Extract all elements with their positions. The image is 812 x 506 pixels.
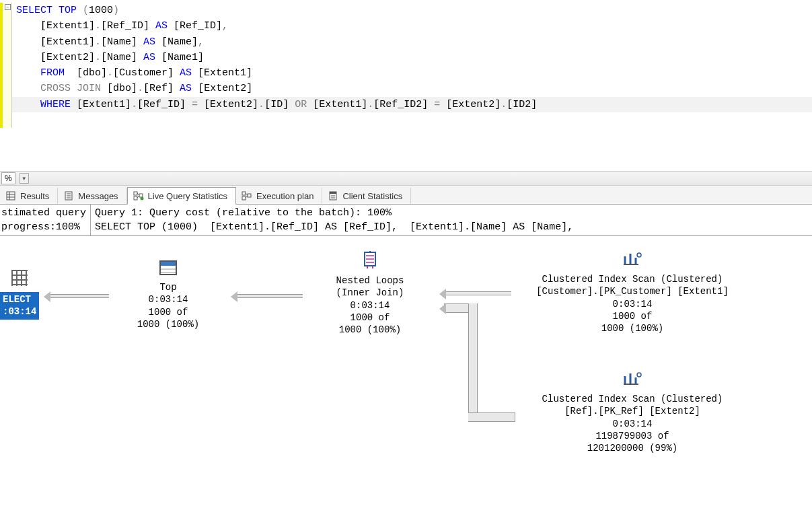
plan-scan1-sub: [Customer].[PK_Customer] [Extent1] <box>511 285 753 297</box>
svg-point-24 <box>637 253 641 257</box>
tab-messages[interactable]: Messages <box>58 188 126 204</box>
svg-point-13 <box>140 197 143 201</box>
plan-nl-rows-b: 1000 (100%) <box>309 324 431 336</box>
plan-arrow-icon <box>48 294 109 298</box>
tab-icon <box>133 190 144 201</box>
nested-loops-icon <box>361 251 379 268</box>
plan-scan1-rows-b: 1000 (100%) <box>511 322 753 334</box>
svg-rect-10 <box>139 194 143 197</box>
plan-scan2-rows-a: 1198799003 of <box>511 430 753 442</box>
query-cost-cell: Query 1: Query cost (relative to the bat… <box>91 205 577 236</box>
tab-icon <box>328 190 338 201</box>
plan-top-time: 0:03:14 <box>121 293 215 305</box>
plan-arrow-icon <box>235 294 303 298</box>
svg-rect-0 <box>7 192 15 200</box>
plan-node-index-scan-customer[interactable]: Clustered Index Scan (Clustered) [Custom… <box>511 251 753 334</box>
svg-rect-14 <box>242 192 246 195</box>
plan-scan2-rows-b: 1201200000 (99%) <box>511 442 753 454</box>
tab-results[interactable]: Results <box>0 188 58 204</box>
plan-top-rows-b: 1000 (100%) <box>121 318 215 330</box>
svg-rect-9 <box>134 196 137 200</box>
tab-label: Execution plan <box>256 191 313 201</box>
svg-rect-8 <box>134 192 137 195</box>
estimated-progress-cell: stimated query progress:100% <box>0 205 91 236</box>
plan-scan2-sub: [Ref].[PK_Ref] [Extent2] <box>511 405 753 417</box>
tab-execution-plan[interactable]: Execution plan <box>236 188 322 204</box>
plan-node-select[interactable]: ELECT :03:14 <box>0 270 39 320</box>
editor-gutter: − <box>0 3 12 128</box>
tab-live-query-statistics[interactable]: Live Query Statistics <box>127 187 237 205</box>
tab-icon <box>63 190 74 201</box>
clustered-index-scan-icon <box>622 371 642 387</box>
tab-label: Live Query Statistics <box>148 191 228 201</box>
plan-scan1-title: Clustered Index Scan (Clustered) <box>511 273 753 285</box>
zoom-bar: % ▼ <box>0 171 812 186</box>
plan-select-label: ELECT <box>3 293 36 305</box>
plan-select-time: :03:14 <box>3 305 36 318</box>
plan-scan2-title: Clustered Index Scan (Clustered) <box>511 393 753 405</box>
plan-node-nested-loops[interactable]: Nested Loops (Inner Join) 0:03:14 1000 o… <box>309 251 431 336</box>
top-operator-icon <box>159 260 177 275</box>
plan-top-title: Top <box>121 281 215 293</box>
plan-top-rows-a: 1000 of <box>121 306 215 318</box>
plan-connector-icon <box>468 412 515 422</box>
query-status-header: stimated query progress:100% Query 1: Qu… <box>0 205 812 236</box>
tab-client-statistics[interactable]: Client Statistics <box>322 188 411 204</box>
results-tab-strip: ResultsMessagesLive Query StatisticsExec… <box>0 186 812 205</box>
sql-code[interactable]: SELECT TOP (1000) [Extent1].[Ref_ID] AS … <box>12 3 812 128</box>
zoom-percent[interactable]: % <box>1 172 15 184</box>
plan-scan2-time: 0:03:14 <box>511 418 753 430</box>
plan-arrow-icon <box>444 291 511 295</box>
select-result-icon <box>11 270 28 286</box>
tab-icon <box>242 190 252 201</box>
svg-rect-20 <box>330 192 336 194</box>
plan-nl-rows-a: 1000 of <box>309 312 431 324</box>
plan-scan1-time: 0:03:14 <box>511 298 753 310</box>
execution-plan-canvas[interactable]: ELECT :03:14 Top 0:03:14 1000 of 1000 (1… <box>0 236 812 472</box>
tab-icon <box>5 190 16 201</box>
tab-label: Messages <box>78 191 118 201</box>
zoom-dropdown-icon[interactable]: ▼ <box>20 173 29 184</box>
plan-connector-icon <box>468 303 478 422</box>
plan-nl-sub: (Inner Join) <box>309 287 431 299</box>
svg-point-25 <box>637 373 641 377</box>
collapse-toggle-icon[interactable]: − <box>5 4 11 10</box>
svg-rect-16 <box>248 194 251 197</box>
tab-label: Results <box>20 191 49 201</box>
plan-node-index-scan-ref[interactable]: Clustered Index Scan (Clustered) [Ref].[… <box>511 371 753 454</box>
svg-rect-15 <box>242 196 246 200</box>
sql-editor[interactable]: − SELECT TOP (1000) [Extent1].[Ref_ID] A… <box>0 0 812 131</box>
plan-node-top[interactable]: Top 0:03:14 1000 of 1000 (100%) <box>121 260 215 330</box>
tab-label: Client Statistics <box>342 191 402 201</box>
plan-nl-time: 0:03:14 <box>309 299 431 312</box>
plan-nl-title: Nested Loops <box>309 275 431 287</box>
plan-scan1-rows-a: 1000 of <box>511 310 753 322</box>
clustered-index-scan-icon <box>622 251 642 267</box>
